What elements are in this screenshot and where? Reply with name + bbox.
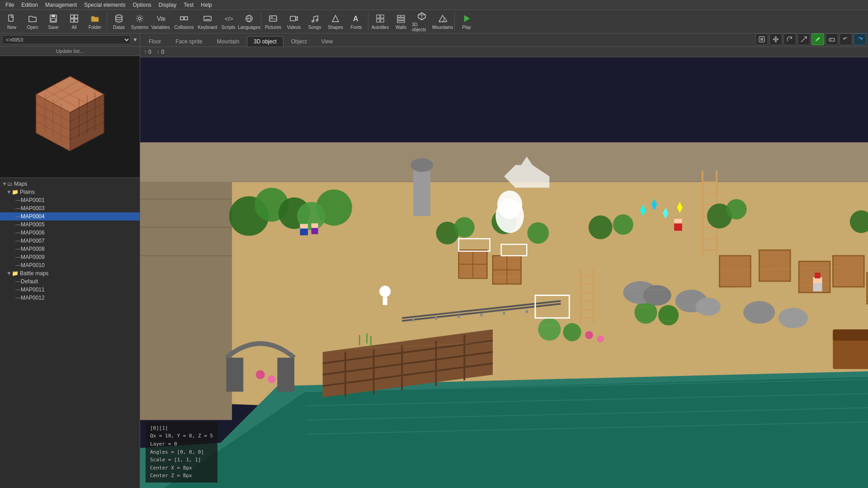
walls-button[interactable]: Walls bbox=[391, 11, 411, 32]
menu-test[interactable]: Test bbox=[180, 1, 197, 9]
tree-map0009[interactable]: — MAP0009 bbox=[0, 253, 140, 261]
update-list-label: Update list... bbox=[56, 48, 84, 54]
tree-plains-folder[interactable]: ▼ 📁 Plains bbox=[0, 188, 140, 196]
tab-face-sprite[interactable]: Face sprite bbox=[169, 36, 209, 47]
tab-object[interactable]: Object bbox=[284, 36, 314, 47]
tree-map0001[interactable]: — MAP0001 bbox=[0, 196, 140, 204]
svg-point-8 bbox=[116, 15, 122, 18]
datas-button[interactable]: Datas bbox=[109, 11, 129, 32]
draw-tool-button[interactable] bbox=[811, 33, 824, 45]
songs-button[interactable]: Songs bbox=[305, 11, 325, 32]
pictures-icon bbox=[268, 13, 278, 24]
scripts-label: Scripts bbox=[222, 25, 236, 30]
arrow-row-2: ↑ 0 bbox=[157, 49, 165, 55]
new-label: New bbox=[7, 25, 16, 30]
tree-battlemaps-folder[interactable]: ▼ 📁 Battle maps bbox=[0, 269, 140, 277]
fonts-icon: A bbox=[351, 13, 362, 24]
toggle-map0009: — bbox=[15, 254, 20, 260]
tab-view[interactable]: View bbox=[314, 36, 340, 47]
svg-text:</>: </> bbox=[225, 15, 233, 22]
svg-point-127 bbox=[527, 222, 549, 244]
tab-floor[interactable]: Floor bbox=[142, 36, 168, 47]
update-list-button[interactable]: Update list... bbox=[0, 47, 140, 56]
tree-default-label: Default bbox=[21, 278, 38, 285]
map-selector-dropdown[interactable]: <>0053: bbox=[2, 35, 131, 44]
collisions-button[interactable]: Collisions bbox=[171, 11, 197, 32]
svg-text:A: A bbox=[353, 15, 359, 23]
svg-rect-99 bbox=[833, 256, 864, 287]
svg-point-139 bbox=[643, 285, 671, 305]
sep3 bbox=[368, 13, 368, 31]
erase-tool-button[interactable] bbox=[826, 33, 838, 45]
arrows-bar: ↑ 0 ↑ 0 bbox=[140, 47, 868, 57]
menu-special-elements[interactable]: Special elements bbox=[80, 1, 129, 9]
tree-map0007[interactable]: — MAP0007 bbox=[0, 237, 140, 245]
autotiles-button[interactable]: Autotiles bbox=[370, 11, 390, 32]
redo-tool-button[interactable] bbox=[854, 33, 866, 45]
tree-map0006[interactable]: — MAP0006 bbox=[0, 229, 140, 237]
folder-button[interactable]: Folder bbox=[85, 11, 105, 32]
variables-button[interactable]: Var Variables bbox=[151, 11, 170, 32]
tree-map0005[interactable]: — MAP0005 bbox=[0, 221, 140, 229]
open-button[interactable]: Open bbox=[23, 11, 42, 32]
pictures-button[interactable]: Pictures bbox=[263, 11, 283, 32]
menu-management[interactable]: Management bbox=[42, 1, 80, 9]
mountains-button[interactable]: Mountains bbox=[433, 11, 453, 32]
shapes-button[interactable]: Shapes bbox=[326, 11, 345, 32]
arrow-1-value: 0 bbox=[148, 49, 151, 55]
all-button[interactable]: All bbox=[64, 11, 84, 32]
scripts-button[interactable]: </> Scripts bbox=[218, 11, 238, 32]
svg-rect-11 bbox=[180, 17, 184, 20]
menu-file[interactable]: File bbox=[2, 1, 18, 9]
tree-map0003[interactable]: — MAP0003 bbox=[0, 204, 140, 212]
map-canvas[interactable]: [0][1] Qx = 10, Y = 0, Z = 5 Layer = 0 A… bbox=[140, 57, 868, 488]
undo-tool-button[interactable] bbox=[840, 33, 852, 45]
tree-default[interactable]: — Default bbox=[0, 277, 140, 286]
tab-3d-object[interactable]: 3D object bbox=[247, 36, 283, 47]
svg-rect-156 bbox=[383, 297, 387, 305]
select-tool-button[interactable] bbox=[755, 33, 768, 45]
move-tool-button[interactable] bbox=[769, 33, 782, 45]
3dobjects-button[interactable]: 3D objects bbox=[412, 11, 432, 32]
keyboard-button[interactable]: Keyboard bbox=[198, 11, 217, 32]
tree-map0004[interactable]: — MAP0004 bbox=[0, 212, 140, 221]
menu-display[interactable]: Display bbox=[155, 1, 180, 9]
3dobjects-icon bbox=[416, 11, 427, 21]
tree-view: ▼ 🗂 Maps ▼ 📁 Plains — MAP0001 — MAP0003 bbox=[0, 178, 140, 488]
svg-point-135 bbox=[658, 305, 679, 325]
right-panel: Floor Face sprite Mountain 3D object Obj… bbox=[140, 33, 868, 488]
coord-line4: Angles = [0, 0, 0] bbox=[150, 448, 213, 456]
menu-options[interactable]: Options bbox=[129, 1, 155, 9]
tree-map0012[interactable]: — MAP0012 bbox=[0, 294, 140, 302]
coord-line2: Qx = 10, Y = 0, Z = 5 bbox=[150, 432, 213, 440]
svg-point-190 bbox=[268, 375, 276, 383]
fonts-button[interactable]: A Fonts bbox=[346, 11, 366, 32]
scale-tool-button[interactable] bbox=[797, 33, 810, 45]
save-button[interactable]: Save bbox=[43, 11, 63, 32]
autotiles-label: Autotiles bbox=[372, 25, 389, 30]
shapes-icon bbox=[330, 13, 341, 24]
tab-mountain[interactable]: Mountain bbox=[210, 36, 246, 47]
menu-edition[interactable]: Edition bbox=[18, 1, 42, 9]
svg-point-143 bbox=[778, 308, 808, 328]
tree-map0008[interactable]: — MAP0008 bbox=[0, 245, 140, 253]
svg-rect-172 bbox=[833, 329, 868, 341]
svg-rect-7 bbox=[75, 19, 78, 22]
autotiles-icon bbox=[375, 13, 386, 24]
tree-map0008-label: MAP0008 bbox=[21, 246, 45, 252]
videos-button[interactable]: Videos bbox=[284, 11, 304, 32]
languages-button[interactable]: Languages bbox=[239, 11, 259, 32]
menu-help[interactable]: Help bbox=[197, 1, 216, 9]
svg-rect-2 bbox=[52, 15, 55, 17]
scripts-icon: </> bbox=[223, 13, 234, 24]
svg-rect-30 bbox=[377, 15, 380, 18]
new-button[interactable]: New bbox=[2, 11, 22, 32]
systems-button[interactable]: Systems bbox=[130, 11, 150, 32]
svg-point-9 bbox=[138, 17, 141, 20]
rotate-tool-button[interactable] bbox=[783, 33, 796, 45]
play-button[interactable]: Play bbox=[457, 11, 476, 32]
tree-map0011[interactable]: — MAP0011 bbox=[0, 286, 140, 294]
svg-marker-41 bbox=[443, 18, 447, 22]
tree-root-maps[interactable]: ▼ 🗂 Maps bbox=[0, 180, 140, 188]
tree-map0010[interactable]: — MAP0010 bbox=[0, 261, 140, 269]
